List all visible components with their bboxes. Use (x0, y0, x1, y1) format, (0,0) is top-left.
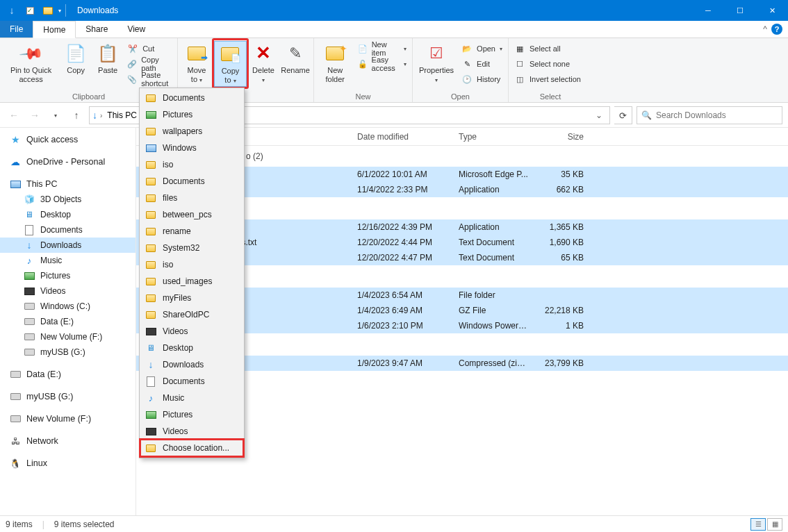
nav-windows-c[interactable]: Windows (C:) (0, 299, 136, 314)
dropdown-item[interactable]: used_images (140, 273, 243, 290)
details-view-button[interactable]: ☰ (750, 518, 766, 531)
dropdown-item[interactable]: wallpapers (140, 123, 243, 140)
tab-home[interactable]: Home (33, 21, 76, 38)
properties-button[interactable]: ☑ Properties▾ (416, 41, 457, 85)
crumb-this-pc[interactable]: This PC (105, 110, 139, 120)
folder-icon (145, 408, 157, 421)
nav-pictures[interactable]: Pictures (0, 268, 136, 283)
move-to-button[interactable]: ➡ Move to ▾ (181, 41, 213, 85)
rename-button[interactable]: ✎ Rename (280, 41, 311, 76)
copy-to-button[interactable]: 📄 Copy to ▾ (214, 41, 247, 87)
ribbon-group-select: ▦Select all ☐Select none ◫Invert selecti… (509, 38, 592, 102)
maximize-button[interactable]: ☐ (724, 0, 756, 21)
nav-myusb-g2[interactable]: myUSB (G:) (0, 389, 136, 404)
dropdown-item[interactable]: iso (140, 256, 243, 273)
nav-data-e[interactable]: Data (E:) (0, 314, 136, 329)
tab-view[interactable]: View (117, 21, 155, 38)
minimize-button[interactable]: ─ (692, 0, 724, 21)
qat-newfolder-icon[interactable] (40, 3, 56, 18)
tab-file[interactable]: File (0, 21, 33, 38)
copy-button[interactable]: 📄 Copy (60, 41, 91, 76)
collapse-ribbon-icon[interactable]: ^ (763, 24, 767, 34)
up-button[interactable]: ↑ (68, 107, 85, 124)
refresh-button[interactable]: ⟳ (614, 106, 632, 124)
ribbon: 📌 Pin to Quick access 📄 Copy 📋 Paste ✂️C… (0, 38, 788, 103)
address-dropdown-icon[interactable]: ⌄ (591, 110, 607, 120)
forward-button[interactable]: → (26, 107, 43, 124)
dropdown-item[interactable]: System32 (140, 240, 243, 256)
cut-button[interactable]: ✂️Cut (124, 41, 174, 56)
chevron-icon[interactable]: › (100, 112, 102, 119)
dropdown-item[interactable]: rename (140, 223, 243, 240)
qat-properties-icon[interactable]: ✓ (22, 3, 38, 18)
nav-network[interactable]: 🖧Network (0, 433, 136, 449)
nav-linux[interactable]: 🐧Linux (0, 456, 136, 471)
nav-desktop[interactable]: 🖥Desktop (0, 207, 136, 222)
dropdown-item[interactable]: Documents (140, 173, 243, 190)
col-date[interactable]: Date modified (352, 132, 453, 142)
dropdown-item[interactable]: Documents (140, 90, 243, 106)
file-date: 6/1/2022 10:01 AM (352, 169, 453, 179)
dropdown-item[interactable]: Videos (140, 323, 243, 340)
close-button[interactable]: ✕ (756, 0, 788, 21)
nav-new-volume-f[interactable]: New Volume (F:) (0, 329, 136, 344)
new-item-button[interactable]: 📄New item ▾ (355, 41, 409, 56)
tab-share[interactable]: Share (76, 21, 117, 38)
open-button[interactable]: 📂Open ▾ (459, 41, 505, 56)
nav-onedrive[interactable]: ☁OneDrive - Personal (0, 154, 136, 169)
dropdown-item-label: Documents (163, 376, 205, 386)
nav-music[interactable]: ♪Music (0, 253, 136, 268)
select-none-button[interactable]: ☐Select none (511, 56, 584, 72)
file-date: 12/20/2022 4:44 PM (352, 238, 453, 247)
choose-location-item[interactable]: Choose location... (140, 440, 243, 456)
recent-locations-button[interactable]: ▾ (47, 107, 64, 124)
nav-quick-access[interactable]: ★Quick access (0, 132, 136, 147)
nav-data-e2[interactable]: Data (E:) (0, 367, 136, 382)
nav-this-pc[interactable]: This PC (0, 176, 136, 192)
nav-myusb-g[interactable]: myUSB (G:) (0, 344, 136, 360)
dropdown-item[interactable]: between_pcs (140, 206, 243, 223)
nav-videos[interactable]: Videos (0, 283, 136, 299)
nav-documents[interactable]: Documents (0, 222, 136, 238)
dropdown-item[interactable]: ♪Music (140, 390, 243, 406)
help-icon[interactable]: ? (771, 24, 782, 35)
folder-icon (145, 175, 157, 188)
search-box[interactable]: 🔍 Search Downloads (637, 106, 782, 124)
icons-view-button[interactable]: ▦ (767, 518, 782, 531)
file-size: 662 KB (535, 185, 589, 194)
dropdown-item[interactable]: myFiles (140, 290, 243, 306)
select-all-button[interactable]: ▦Select all (511, 41, 584, 56)
col-type[interactable]: Type (453, 132, 535, 142)
nav-new-volume-f2[interactable]: New Volume (F:) (0, 411, 136, 426)
dropdown-item[interactable]: Documents (140, 373, 243, 390)
col-size[interactable]: Size (535, 132, 589, 142)
dropdown-item-label: System32 (163, 243, 199, 253)
dropdown-item[interactable]: Pictures (140, 406, 243, 423)
edit-button[interactable]: ✎Edit (459, 56, 505, 72)
nav-downloads[interactable]: ↓Downloads (0, 238, 136, 253)
dropdown-item[interactable]: ShareOldPC (140, 306, 243, 323)
dropdown-item[interactable]: 🖥Desktop (140, 340, 243, 356)
dropdown-item[interactable]: ↓Downloads (140, 356, 243, 373)
paste-button[interactable]: 📋 Paste (92, 41, 123, 76)
dropdown-item-label: Documents (163, 93, 205, 103)
copy-path-button[interactable]: 🔗Copy path (124, 56, 174, 72)
history-button[interactable]: 🕑History (459, 72, 505, 87)
dropdown-item[interactable]: Windows (140, 140, 243, 156)
nav-3d-objects[interactable]: 🧊3D Objects (0, 192, 136, 207)
dropdown-item[interactable]: Videos (140, 423, 243, 440)
back-button[interactable]: ← (6, 107, 22, 124)
dropdown-item[interactable]: iso (140, 156, 243, 173)
dropdown-item-label: rename (163, 226, 191, 236)
dropdown-item[interactable]: Pictures (140, 106, 243, 123)
invert-selection-button[interactable]: ◫Invert selection (511, 72, 584, 87)
pin-to-quick-access-button[interactable]: 📌 Pin to Quick access (3, 41, 59, 85)
paste-shortcut-button[interactable]: 📎Paste shortcut (124, 72, 174, 87)
delete-button[interactable]: ✕ Delete▾ (248, 41, 279, 85)
easy-access-button[interactable]: 🔓Easy access ▾ (355, 56, 409, 72)
dropdown-item[interactable]: files (140, 190, 243, 206)
dropdown-item-label: Desktop (163, 343, 193, 353)
qat-dropdown-icon[interactable]: ↓ (4, 3, 19, 18)
new-folder-button[interactable]: ✦ New folder (317, 41, 354, 85)
window-controls: ─ ☐ ✕ (692, 0, 788, 21)
